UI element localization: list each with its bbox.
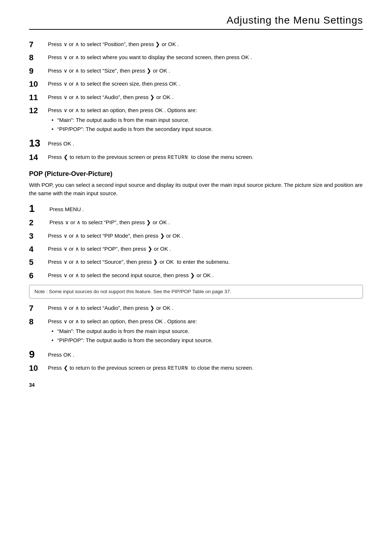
right-icon: ❯: [150, 94, 155, 100]
pop-step-9: 9 Press OK .: [29, 349, 363, 360]
step-9-number: 9: [29, 66, 48, 76]
up-icon: ∧: [75, 246, 79, 252]
step-7-text: Press ∨ or ∧ to select “Position”, then …: [48, 40, 363, 48]
pop-step-8-number: 8: [29, 317, 48, 327]
page-header: Adjusting the Menu Settings: [29, 15, 363, 30]
right-icon: ❯: [153, 259, 158, 265]
pop-step-3: 3 Press ∨ or ∧ to select “PIP Mode”, the…: [29, 231, 363, 241]
right-icon: ❯: [160, 233, 165, 239]
up-icon: ∧: [77, 219, 81, 225]
pop-step-2-number: 2: [29, 218, 48, 227]
step-8-text: Press ∨ or ∧ to select where you want to…: [48, 53, 363, 61]
up-icon: ∧: [75, 233, 79, 239]
step-10-text: Press ∨ or ∧ to select the screen size, …: [48, 79, 363, 88]
right-icon: ❯: [190, 272, 195, 278]
step-11-number: 11: [29, 93, 48, 102]
pop-step-8-option-2: “PIP/POP”: The output audio is from the …: [52, 336, 363, 344]
page-title: Adjusting the Menu Settings: [29, 15, 363, 26]
left-icon: ❮: [64, 365, 68, 371]
up-icon: ∧: [75, 107, 79, 113]
step-12-option-1: “Main”: The output audio is from the mai…: [52, 116, 363, 124]
step-12-option-2: “PIP/POP”: The output audio is from the …: [52, 125, 363, 133]
pop-step-5-number: 5: [29, 258, 48, 267]
down-icon: ∨: [64, 94, 68, 100]
pop-step-4: 4 Press ∨ or ∧ to select “POP”, then pre…: [29, 245, 363, 254]
up-icon: ∧: [75, 318, 79, 324]
down-icon: ∨: [64, 41, 68, 47]
step-13: 13 Press OK .: [29, 138, 363, 149]
page-number: 34: [29, 382, 35, 388]
pop-step-10-text: Press ❮ to return to the previous screen…: [48, 364, 363, 373]
step-12: 12 Press ∨ or ∧ to select an option, the…: [29, 106, 363, 134]
up-icon: ∧: [75, 272, 79, 278]
right-icon: ❯: [146, 219, 151, 225]
step-10: 10 Press ∨ or ∧ to select the screen siz…: [29, 79, 363, 89]
pop-step-8: 8 Press ∨ or ∧ to select an option, then…: [29, 317, 363, 345]
right-icon: ❯: [147, 67, 151, 74]
pop-step-5-text: Press ∨ or ∧ to select “Source”, then pr…: [48, 258, 363, 266]
pop-step-7: 7 Press ∨ or ∧ to select “Audio”, then p…: [29, 304, 363, 313]
pop-step-1-number: 1: [29, 203, 48, 214]
step-12-text: Press ∨ or ∧ to select an option, then p…: [48, 106, 363, 134]
down-icon: ∨: [64, 272, 68, 278]
step-8: 8 Press ∨ or ∧ to select where you want …: [29, 53, 363, 62]
pop-step-6-number: 6: [29, 271, 48, 280]
page-footer: 34: [29, 382, 35, 388]
step-8-number: 8: [29, 53, 48, 62]
pop-step-7-text: Press ∨ or ∧ to select “Audio”, then pre…: [48, 304, 363, 312]
pop-step-2: 2 Press ∨ or ∧ to select “PIP”, then pre…: [29, 218, 363, 227]
pop-step-9-text: Press OK .: [48, 349, 363, 359]
step-12-options: “Main”: The output audio is from the mai…: [48, 116, 363, 134]
left-icon: ❮: [64, 154, 68, 160]
step-7-number: 7: [29, 40, 48, 49]
down-icon: ∨: [64, 246, 68, 252]
pop-step-5: 5 Press ∨ or ∧ to select “Source”, then …: [29, 258, 363, 267]
step-11-text: Press ∨ or ∧ to select “Audio”, then pre…: [48, 93, 363, 101]
right-icon: ❯: [148, 246, 152, 252]
note-text: Note : Some input sources do not support…: [34, 289, 231, 294]
up-icon: ∧: [75, 81, 79, 87]
pop-step-4-number: 4: [29, 245, 48, 254]
step-14-text: Press ❮ to return to the previous screen…: [48, 153, 363, 162]
step-11: 11 Press ∨ or ∧ to select “Audio”, then …: [29, 93, 363, 102]
step-7: 7 Press ∨ or ∧ to select “Position”, the…: [29, 40, 363, 49]
step-13-text: Press OK .: [48, 138, 363, 148]
up-icon: ∧: [75, 94, 79, 100]
pop-step-8-option-1: “Main”: The output audio is from the mai…: [52, 327, 363, 335]
pop-step-6-text: Press ∨ or ∧ to select the second input …: [48, 271, 363, 279]
pop-step-8-text: Press ∨ or ∧ to select an option, then p…: [48, 317, 363, 345]
pop-step-3-number: 3: [29, 231, 48, 241]
pop-step-1-text: Press MENU .: [48, 203, 363, 213]
pop-step-7-number: 7: [29, 304, 48, 313]
down-icon: ∨: [64, 54, 68, 60]
page: Adjusting the Menu Settings 7 Press ∨ or…: [0, 0, 392, 399]
pop-step-9-number: 9: [29, 349, 48, 360]
down-icon: ∨: [64, 259, 68, 265]
pop-section-heading: POP (Picture-Over-Picture): [29, 170, 363, 178]
pop-step-10: 10 Press ❮ to return to the previous scr…: [29, 364, 363, 373]
up-icon: ∧: [75, 67, 79, 74]
pop-step-2-text: Press ∨ or ∧ to select “PIP”, then press…: [48, 218, 363, 226]
pop-step-1: 1 Press MENU .: [29, 203, 363, 214]
down-icon: ∨: [64, 318, 68, 324]
down-icon: ∨: [64, 67, 68, 74]
step-13-number: 13: [29, 138, 48, 149]
step-14-number: 14: [29, 153, 48, 162]
step-9-text: Press ∨ or ∧ to select “Size”, then pres…: [48, 66, 363, 75]
right-icon: ❯: [155, 41, 160, 47]
down-icon: ∨: [64, 305, 68, 311]
up-icon: ∧: [75, 41, 79, 47]
down-icon: ∨: [65, 219, 69, 225]
pop-step-3-text: Press ∨ or ∧ to select “PIP Mode”, then …: [48, 231, 363, 240]
note-box: Note : Some input sources do not support…: [29, 285, 363, 299]
down-icon: ∨: [64, 233, 68, 239]
step-12-number: 12: [29, 106, 48, 115]
up-icon: ∧: [75, 259, 79, 265]
step-14: 14 Press ❮ to return to the previous scr…: [29, 153, 363, 162]
top-steps-section: 7 Press ∨ or ∧ to select “Position”, the…: [29, 40, 363, 162]
pop-step-10-number: 10: [29, 364, 48, 373]
down-icon: ∨: [64, 107, 68, 113]
step-9: 9 Press ∨ or ∧ to select “Size”, then pr…: [29, 66, 363, 76]
pop-step-8-options: “Main”: The output audio is from the mai…: [48, 327, 363, 345]
up-icon: ∧: [75, 54, 79, 60]
